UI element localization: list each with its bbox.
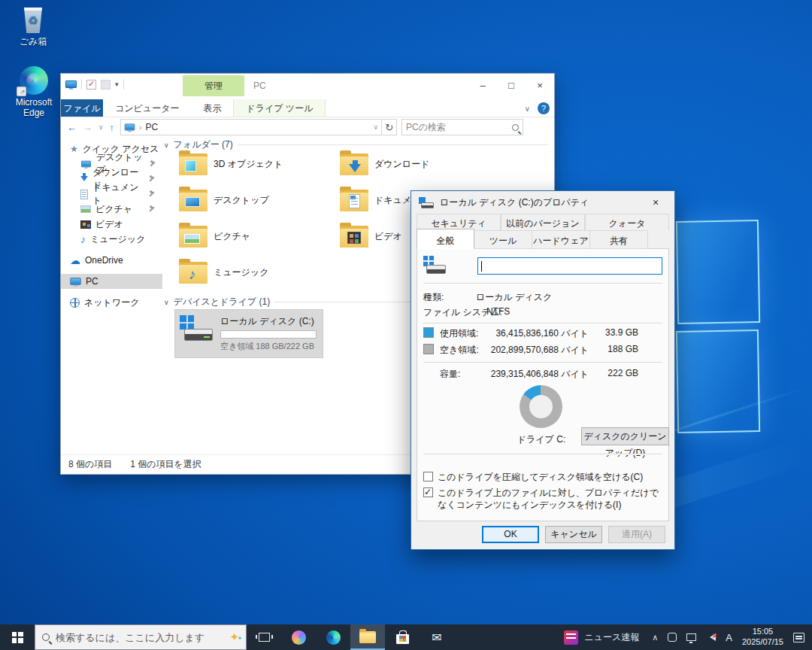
drive-item-c[interactable]: ローカル ディスク (C:) 空き領域 188 GB/222 GB bbox=[174, 309, 323, 358]
breadcrumb[interactable]: PC bbox=[145, 122, 158, 132]
sidebar-item-label: ピクチャ bbox=[95, 203, 132, 216]
recycle-bin-icon: ♻ bbox=[22, 8, 44, 33]
close-button[interactable]: × bbox=[526, 74, 554, 96]
network-icon bbox=[70, 298, 80, 308]
network-icon[interactable] bbox=[686, 633, 696, 641]
store-button[interactable] bbox=[385, 624, 420, 650]
tab-computer[interactable]: コンピューター bbox=[103, 99, 191, 117]
folder-item-3d-objects[interactable]: 3D オブジェクト bbox=[179, 149, 333, 179]
folder-label: ピクチャ bbox=[214, 230, 250, 243]
capacity-label: 容量: bbox=[440, 368, 460, 381]
sidebar-item-onedrive[interactable]: ☁ OneDrive bbox=[61, 253, 162, 268]
folder-item-desktop[interactable]: デスクトップ bbox=[179, 185, 333, 215]
properties-dialog: ローカル ディスク (C:)のプロパティ × セキュリティ 以前のバージョン ク… bbox=[411, 190, 675, 550]
dialog-title: ローカル ディスク (C:)のプロパティ bbox=[440, 196, 589, 209]
manage-contextual-tab[interactable]: 管理 bbox=[183, 75, 244, 96]
search-box[interactable] bbox=[401, 119, 523, 135]
news-widget[interactable]: ニュース速報 bbox=[561, 630, 642, 645]
address-dropdown-chevron-icon[interactable]: ∨ bbox=[374, 123, 379, 131]
back-button[interactable]: ← bbox=[67, 122, 77, 133]
help-icon[interactable]: ? bbox=[538, 102, 550, 114]
search-input[interactable] bbox=[406, 122, 496, 132]
sidebar-item-network[interactable]: ネットワーク bbox=[61, 295, 162, 310]
clock[interactable]: 15:05 2025/07/15 bbox=[742, 627, 783, 648]
apply-button[interactable]: 適用(A) bbox=[608, 526, 665, 543]
tab-general[interactable]: 全般 bbox=[417, 229, 474, 249]
sidebar-item-documents[interactable]: ドキュメント bbox=[61, 187, 162, 202]
refresh-button[interactable]: ↻ bbox=[382, 119, 397, 135]
collapse-group-chevron-icon[interactable]: ∨ bbox=[164, 299, 169, 306]
edge-icon bbox=[326, 630, 341, 645]
sidebar-item-pictures[interactable]: ピクチャ bbox=[61, 202, 162, 217]
tab-previous-versions[interactable]: 以前のバージョン bbox=[501, 214, 585, 230]
edge-button[interactable] bbox=[316, 624, 350, 650]
tab-view[interactable]: 表示 bbox=[191, 99, 233, 117]
collapse-group-chevron-icon[interactable]: ∨ bbox=[164, 141, 169, 149]
tab-tools[interactable]: ツール bbox=[474, 230, 532, 249]
desktop-icon-recycle-bin[interactable]: ♻ ごみ箱 bbox=[9, 8, 57, 48]
recent-locations-chevron-icon[interactable]: ∨ bbox=[98, 123, 104, 131]
folder-item-downloads[interactable]: ダウンロード bbox=[340, 149, 494, 179]
up-button[interactable]: ↑ bbox=[110, 122, 115, 133]
start-button[interactable] bbox=[0, 624, 35, 650]
compress-checkbox-row[interactable]: このドライブを圧縮してディスク領域を空ける(C) bbox=[423, 471, 665, 483]
disk-cleanup-button[interactable]: ディスクのクリーンアップ(D) bbox=[581, 427, 669, 445]
tab-drive-tools[interactable]: ドライブ ツール bbox=[233, 99, 326, 117]
recycle-bin-label: ごみ箱 bbox=[9, 35, 57, 48]
folder-label: ダウンロード bbox=[374, 158, 429, 171]
copilot-button[interactable] bbox=[281, 624, 316, 650]
address-bar[interactable]: › PC ∨ bbox=[120, 119, 382, 135]
folder-label: デスクトップ bbox=[214, 194, 269, 207]
folder-item-pictures[interactable]: ピクチャ bbox=[179, 221, 333, 251]
computer-icon[interactable] bbox=[65, 80, 77, 88]
desktop-icon-edge[interactable]: Microsoft Edge bbox=[10, 66, 58, 118]
index-checkbox-row[interactable]: このドライブ上のファイルに対し、プロパティだけでなくコンテンツにもインデックスを… bbox=[423, 487, 665, 511]
sidebar-item-pc[interactable]: PC bbox=[61, 274, 162, 289]
tab-file[interactable]: ファイル bbox=[61, 99, 103, 117]
tab-quota[interactable]: クォータ bbox=[585, 214, 669, 230]
dialog-titlebar[interactable]: ローカル ディスク (C:)のプロパティ × bbox=[411, 191, 674, 214]
separator bbox=[81, 79, 82, 90]
item-count: 8 個の項目 bbox=[68, 458, 112, 471]
selection-count: 1 個の項目を選択 bbox=[130, 458, 201, 471]
properties-icon[interactable] bbox=[86, 80, 96, 90]
folder-icon: ♪ bbox=[179, 262, 208, 284]
task-view-button[interactable] bbox=[247, 624, 281, 650]
maximize-button[interactable]: □ bbox=[497, 74, 526, 96]
checkbox-label: このドライブ上のファイルに対し、プロパティだけでなくコンテンツにもインデックスを… bbox=[438, 487, 665, 511]
group-label: デバイスとドライブ (1) bbox=[174, 296, 271, 308]
tab-security[interactable]: セキュリティ bbox=[417, 214, 501, 230]
minimize-button[interactable]: – bbox=[468, 74, 497, 96]
explorer-titlebar[interactable]: ▾ 管理 PC – □ × bbox=[61, 74, 554, 99]
close-icon[interactable]: × bbox=[644, 193, 667, 211]
action-center-icon[interactable] bbox=[793, 633, 804, 642]
mail-button[interactable]: ✉ bbox=[420, 624, 454, 650]
ok-button[interactable]: OK bbox=[482, 526, 539, 543]
tab-sharing[interactable]: 共有 bbox=[590, 230, 648, 249]
qat-customize-chevron-icon[interactable]: ▾ bbox=[115, 80, 119, 88]
folder-item-music[interactable]: ♪ ミュージック bbox=[179, 257, 333, 287]
cancel-button[interactable]: キャンセル bbox=[545, 526, 602, 543]
forward-button[interactable]: → bbox=[83, 122, 92, 133]
sidebar-item-music[interactable]: ♪ ミュージック bbox=[61, 232, 162, 247]
picture-icon bbox=[184, 234, 200, 244]
taskbar-search-input[interactable] bbox=[56, 632, 223, 643]
tray-app-icon[interactable] bbox=[668, 633, 677, 642]
checkbox-icon[interactable] bbox=[423, 472, 433, 481]
copilot-icon bbox=[292, 630, 306, 645]
taskbar-search[interactable]: ✦ bbox=[35, 624, 247, 650]
file-explorer-button[interactable] bbox=[350, 624, 385, 650]
new-folder-icon[interactable] bbox=[101, 80, 111, 90]
checkbox-icon[interactable] bbox=[423, 487, 433, 497]
show-hidden-icons-chevron[interactable]: ∧ bbox=[652, 633, 658, 642]
volume-muted-icon[interactable] bbox=[706, 633, 716, 641]
clock-time: 15:05 bbox=[742, 627, 783, 637]
volume-label-input[interactable] bbox=[477, 257, 662, 275]
sidebar-item-videos[interactable]: ビデオ bbox=[61, 217, 162, 232]
collapse-ribbon-chevron-icon[interactable]: ∨ bbox=[525, 105, 530, 113]
ime-indicator[interactable]: A bbox=[726, 632, 732, 643]
used-space-bytes: 36,415,836,160 バイト bbox=[479, 327, 589, 340]
tab-hardware[interactable]: ハードウェア bbox=[532, 230, 590, 249]
separator bbox=[123, 79, 124, 90]
monitor-icon bbox=[185, 197, 200, 207]
